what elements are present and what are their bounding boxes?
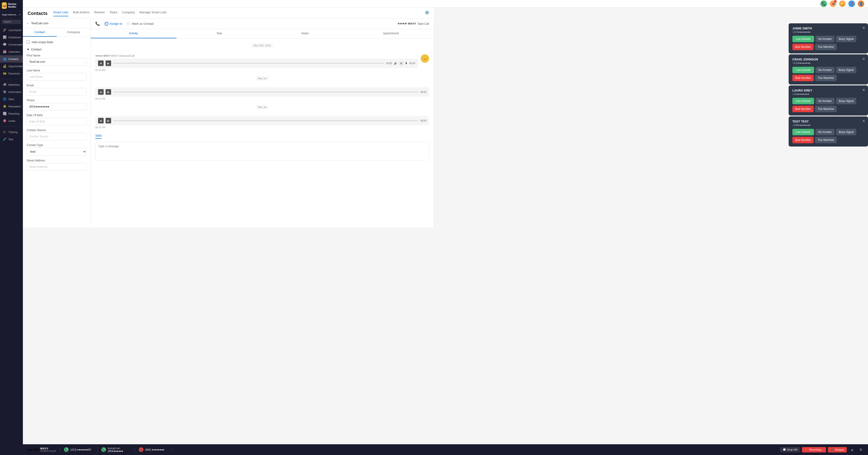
contacts-title-row: Contacts Smart Lists Bulk Actions Restor…	[28, 10, 429, 17]
mark-unread-button[interactable]: ✉️ Mark as Unread	[127, 22, 153, 26]
sms-input[interactable]	[95, 142, 429, 160]
call-item-3: ■ ▶ 00:00 09:45 PM	[95, 116, 429, 129]
call-time-1: 06:16 AM	[95, 69, 418, 71]
sidebar-divider	[0, 79, 23, 79]
hide-empty-checkbox[interactable]	[27, 41, 30, 44]
sidebar-item-label: Sites	[8, 98, 14, 101]
sidebar-item-label: Training	[8, 131, 18, 133]
org-chevron-icon: ▼	[19, 13, 21, 16]
tab-task[interactable]: Task	[177, 29, 262, 38]
automation-icon: ⚙️	[3, 90, 6, 94]
sidebar-item-training[interactable]: 🎓 Training	[0, 128, 23, 136]
wavv-start-call: ≋≋≋≋ WAVV Start Call	[398, 22, 429, 26]
dashboard-icon: 📊	[3, 35, 6, 39]
sidebar-item-dashboard[interactable]: 📊 Dashboard	[0, 34, 23, 41]
sidebar-item-label: Automation	[8, 91, 22, 93]
audio-stop-btn-3[interactable]: ■	[98, 118, 104, 124]
nav-restore[interactable]: Restore	[94, 10, 105, 16]
sidebar-item-label: Leads	[8, 120, 16, 122]
sidebar-item-automation[interactable]: ⚙️ Automation	[0, 88, 23, 95]
contact-form: Hide empty fields ▼ Contact First Name L…	[23, 37, 90, 228]
audio-play-btn-2[interactable]: ▶	[105, 89, 111, 95]
audio-stop-btn-1[interactable]: ■	[98, 60, 104, 66]
tab-appointment[interactable]: Appointment	[348, 29, 434, 38]
sidebar: 📦 Review Builder Eagle Nationwide Mortga…	[0, 0, 23, 228]
input-dob[interactable]	[27, 118, 87, 125]
content-area: Contacts Smart Lists Bulk Actions Restor…	[23, 7, 434, 228]
label-last-name: Last Name	[27, 69, 87, 72]
call-content-2: ■ ▶ 00:00 06:52 PM	[95, 87, 429, 100]
start-call-label[interactable]: Start Call	[418, 22, 429, 26]
sidebar-item-payments[interactable]: 💳 Payments	[0, 70, 23, 77]
tab-notes[interactable]: Notes	[262, 29, 348, 38]
logo-icon: 📦	[2, 2, 7, 9]
tab-activity[interactable]: Activity	[91, 29, 177, 38]
sidebar-divider2	[0, 126, 23, 127]
audio-progress-1[interactable]	[113, 63, 384, 64]
sidebar-item-sites[interactable]: 🌐 Sites	[0, 95, 23, 103]
audio-play-btn-3[interactable]: ▶	[105, 118, 111, 124]
sidebar-item-conversations[interactable]: 💬 Conversations	[0, 41, 23, 48]
call-label-1: ≋≋≋≋ WAVV WAVV OutboundCall	[95, 54, 418, 57]
call-content-1: ≋≋≋≋ WAVV WAVV OutboundCall ■ ▶ 00:00	[95, 54, 418, 71]
tab-company[interactable]: Company	[57, 28, 91, 37]
sidebar-org[interactable]: Eagle Nationwide Mortga... ▼	[0, 11, 23, 18]
top-header: 📞 📣 1 🔔 ❓ 👤	[23, 0, 434, 7]
sites-icon: 🌐	[3, 97, 6, 101]
sms-section: SMS	[95, 133, 429, 161]
search-input[interactable]	[2, 20, 21, 24]
sidebar-item-marketing[interactable]: 📢 Marketing	[0, 81, 23, 88]
audio-player-2: ■ ▶ 00:00	[95, 87, 429, 97]
contact-section-header[interactable]: ▼ Contact	[27, 47, 87, 51]
sidebar-item-test[interactable]: 🧪 Test	[0, 136, 23, 143]
contacts-icon: 👥	[3, 57, 6, 61]
date-separator-1: Mar 24th, 2023	[95, 43, 429, 52]
nav-tasks[interactable]: Tasks	[110, 10, 117, 16]
input-phone[interactable]	[27, 103, 87, 110]
sidebar-nav: 🚀 Launchpad 📊 Dashboard 💬 Conversations …	[0, 26, 23, 228]
sidebar-item-contacts[interactable]: 👥 Contacts	[0, 55, 23, 63]
nav-manage-smart-lists[interactable]: Manage Smart Lists	[140, 10, 167, 16]
assign-to-button[interactable]: + Assign to	[104, 22, 122, 26]
download-icon-1[interactable]: ⬇	[405, 62, 407, 65]
audio-controls-1: 🔊 x1 ⬇	[394, 62, 407, 65]
speed-btn-1[interactable]: x1	[399, 62, 404, 65]
sidebar-item-opportunities[interactable]: 💰 Opportunities	[0, 63, 23, 70]
sidebar-item-label: Reputation	[8, 105, 21, 108]
audio-progress-2[interactable]	[113, 92, 418, 92]
nav-company[interactable]: Company	[122, 10, 135, 16]
sidebar-item-launchpad[interactable]: 🚀 Launchpad	[0, 26, 23, 34]
nav-bulk-actions[interactable]: Bulk Actions	[73, 10, 90, 16]
call-time-3: 09:45 PM	[95, 126, 429, 129]
form-group-dob: Date Of Birth	[27, 113, 87, 125]
input-email[interactable]	[27, 88, 87, 95]
input-contact-source[interactable]	[27, 133, 87, 140]
sidebar-item-leads[interactable]: 🎯 Leads	[0, 117, 23, 124]
back-arrow-icon: ←	[27, 22, 30, 25]
label-contact-type: Contact Type	[27, 143, 87, 147]
main-content: 📞 📣 1 🔔 ❓ 👤 Contacts Smart Lists Bulk Ac…	[23, 0, 434, 228]
label-dob: Date Of Birth	[27, 113, 87, 117]
audio-progress-3[interactable]	[113, 120, 418, 121]
settings-gear-icon[interactable]: ⚙️	[425, 10, 429, 17]
select-contact-type[interactable]: lead customer prospect	[27, 148, 87, 156]
back-link[interactable]: ← TestCall.com	[27, 22, 87, 25]
nav-smart-lists[interactable]: Smart Lists	[53, 10, 68, 16]
left-panel: ← TestCall.com Contact Company Hide empt…	[23, 19, 91, 228]
input-first-name[interactable]	[27, 58, 87, 66]
input-street-address[interactable]	[27, 163, 87, 170]
input-last-name[interactable]	[27, 73, 87, 80]
volume-icon-1[interactable]: 🔊	[394, 62, 397, 65]
envelope-icon: ✉️	[127, 22, 130, 26]
audio-play-btn-1[interactable]: ▶	[105, 60, 111, 66]
sidebar-item-reporting[interactable]: 📈 Reporting	[0, 110, 23, 117]
launchpad-icon: 🚀	[3, 28, 6, 32]
sidebar-item-reputation[interactable]: ⭐ Reputation	[0, 103, 23, 110]
audio-position-1: 00:00	[386, 62, 392, 65]
form-group-street-address: Street Address	[27, 159, 87, 170]
panel-area: ← TestCall.com Contact Company Hide empt…	[23, 19, 434, 228]
audio-stop-btn-2[interactable]: ■	[98, 89, 104, 95]
audio-position-3: 00:00	[421, 120, 426, 122]
sidebar-item-calendars[interactable]: 📅 Calendars	[0, 48, 23, 55]
tab-contact[interactable]: Contact	[23, 28, 57, 37]
